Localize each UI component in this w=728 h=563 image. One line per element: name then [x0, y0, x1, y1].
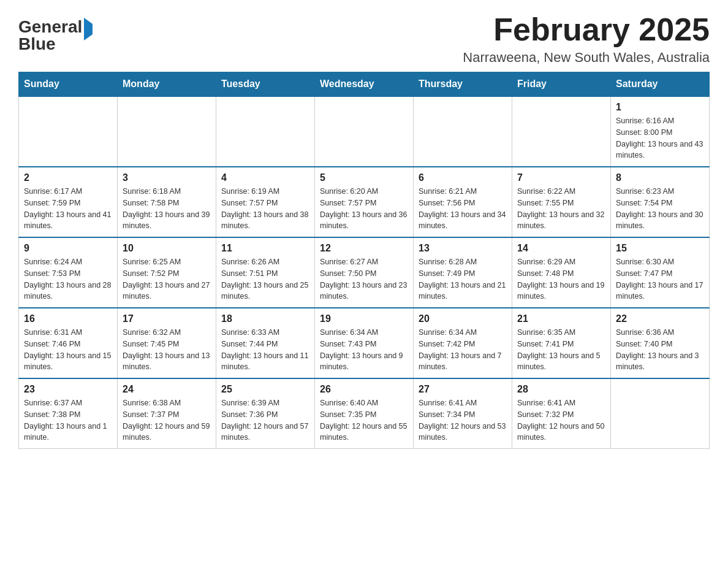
calendar-day-cell: 9Sunrise: 6:24 AM Sunset: 7:53 PM Daylig… — [19, 237, 118, 308]
day-info: Sunrise: 6:18 AM Sunset: 7:58 PM Dayligh… — [123, 186, 211, 232]
calendar-day-cell: 19Sunrise: 6:34 AM Sunset: 7:43 PM Dayli… — [315, 308, 414, 378]
calendar-day-cell: 14Sunrise: 6:29 AM Sunset: 7:48 PM Dayli… — [512, 237, 611, 308]
day-info: Sunrise: 6:35 AM Sunset: 7:41 PM Dayligh… — [517, 327, 605, 373]
calendar-day-cell: 24Sunrise: 6:38 AM Sunset: 7:37 PM Dayli… — [118, 378, 216, 449]
day-info: Sunrise: 6:36 AM Sunset: 7:40 PM Dayligh… — [616, 327, 704, 373]
day-number: 17 — [123, 313, 211, 324]
day-info: Sunrise: 6:34 AM Sunset: 7:43 PM Dayligh… — [320, 327, 408, 373]
calendar-day-cell — [611, 378, 710, 449]
day-info: Sunrise: 6:25 AM Sunset: 7:52 PM Dayligh… — [123, 256, 211, 302]
page-header: General Blue February 2025 Narraweena, N… — [18, 12, 710, 66]
day-number: 14 — [517, 243, 605, 254]
day-number: 13 — [419, 243, 507, 254]
day-number: 7 — [517, 172, 605, 183]
day-of-week-header: Sunday — [19, 72, 118, 97]
day-info: Sunrise: 6:27 AM Sunset: 7:50 PM Dayligh… — [320, 256, 408, 302]
calendar-day-cell: 12Sunrise: 6:27 AM Sunset: 7:50 PM Dayli… — [315, 237, 414, 308]
day-info: Sunrise: 6:37 AM Sunset: 7:38 PM Dayligh… — [24, 397, 112, 443]
day-number: 19 — [320, 313, 408, 324]
calendar-day-cell: 28Sunrise: 6:41 AM Sunset: 7:32 PM Dayli… — [512, 378, 611, 449]
calendar-day-cell — [414, 96, 512, 167]
calendar-day-cell: 10Sunrise: 6:25 AM Sunset: 7:52 PM Dayli… — [118, 237, 216, 308]
day-number: 3 — [123, 172, 211, 183]
days-of-week-row: SundayMondayTuesdayWednesdayThursdayFrid… — [19, 72, 710, 97]
location-subtitle: Narraweena, New South Wales, Australia — [463, 50, 710, 66]
day-of-week-header: Tuesday — [216, 72, 315, 97]
calendar-week-row: 1Sunrise: 6:16 AM Sunset: 8:00 PM Daylig… — [19, 96, 710, 167]
calendar-day-cell: 16Sunrise: 6:31 AM Sunset: 7:46 PM Dayli… — [19, 308, 118, 378]
day-number: 20 — [419, 313, 507, 324]
calendar-day-cell: 21Sunrise: 6:35 AM Sunset: 7:41 PM Dayli… — [512, 308, 611, 378]
day-info: Sunrise: 6:22 AM Sunset: 7:55 PM Dayligh… — [517, 186, 605, 232]
day-number: 16 — [24, 313, 112, 324]
calendar-day-cell: 2Sunrise: 6:17 AM Sunset: 7:59 PM Daylig… — [19, 167, 118, 237]
day-info: Sunrise: 6:23 AM Sunset: 7:54 PM Dayligh… — [616, 186, 704, 232]
day-number: 15 — [616, 243, 704, 254]
day-of-week-header: Friday — [512, 72, 611, 97]
day-number: 5 — [320, 172, 408, 183]
logo-arrow-icon — [84, 18, 93, 40]
calendar-day-cell — [315, 96, 414, 167]
day-number: 9 — [24, 243, 112, 254]
calendar-day-cell: 17Sunrise: 6:32 AM Sunset: 7:45 PM Dayli… — [118, 308, 216, 378]
day-info: Sunrise: 6:31 AM Sunset: 7:46 PM Dayligh… — [24, 327, 112, 373]
calendar-day-cell: 6Sunrise: 6:21 AM Sunset: 7:56 PM Daylig… — [414, 167, 512, 237]
day-of-week-header: Monday — [118, 72, 216, 97]
day-info: Sunrise: 6:21 AM Sunset: 7:56 PM Dayligh… — [419, 186, 507, 232]
day-number: 24 — [123, 384, 211, 395]
day-number: 4 — [221, 172, 309, 183]
calendar-day-cell: 27Sunrise: 6:41 AM Sunset: 7:34 PM Dayli… — [414, 378, 512, 449]
calendar-day-cell — [216, 96, 315, 167]
calendar-day-cell: 8Sunrise: 6:23 AM Sunset: 7:54 PM Daylig… — [611, 167, 710, 237]
day-info: Sunrise: 6:24 AM Sunset: 7:53 PM Dayligh… — [24, 256, 112, 302]
calendar-body: 1Sunrise: 6:16 AM Sunset: 8:00 PM Daylig… — [19, 96, 710, 449]
calendar-day-cell: 5Sunrise: 6:20 AM Sunset: 7:57 PM Daylig… — [315, 167, 414, 237]
day-number: 25 — [221, 384, 309, 395]
calendar-week-row: 16Sunrise: 6:31 AM Sunset: 7:46 PM Dayli… — [19, 308, 710, 378]
calendar-day-cell: 20Sunrise: 6:34 AM Sunset: 7:42 PM Dayli… — [414, 308, 512, 378]
day-number: 6 — [419, 172, 507, 183]
day-info: Sunrise: 6:17 AM Sunset: 7:59 PM Dayligh… — [24, 186, 112, 232]
day-info: Sunrise: 6:33 AM Sunset: 7:44 PM Dayligh… — [221, 327, 309, 373]
calendar-day-cell: 22Sunrise: 6:36 AM Sunset: 7:40 PM Dayli… — [611, 308, 710, 378]
day-info: Sunrise: 6:41 AM Sunset: 7:32 PM Dayligh… — [517, 397, 605, 443]
calendar-day-cell: 3Sunrise: 6:18 AM Sunset: 7:58 PM Daylig… — [118, 167, 216, 237]
month-title: February 2025 — [463, 12, 710, 47]
day-number: 10 — [123, 243, 211, 254]
day-number: 23 — [24, 384, 112, 395]
title-block: February 2025 Narraweena, New South Wale… — [463, 12, 710, 66]
day-number: 22 — [616, 313, 704, 324]
day-info: Sunrise: 6:26 AM Sunset: 7:51 PM Dayligh… — [221, 256, 309, 302]
day-of-week-header: Wednesday — [315, 72, 414, 97]
day-of-week-header: Saturday — [611, 72, 710, 97]
day-number: 26 — [320, 384, 408, 395]
day-number: 2 — [24, 172, 112, 183]
day-of-week-header: Thursday — [414, 72, 512, 97]
day-info: Sunrise: 6:30 AM Sunset: 7:47 PM Dayligh… — [616, 256, 704, 302]
calendar-day-cell: 26Sunrise: 6:40 AM Sunset: 7:35 PM Dayli… — [315, 378, 414, 449]
calendar-day-cell: 23Sunrise: 6:37 AM Sunset: 7:38 PM Dayli… — [19, 378, 118, 449]
calendar-day-cell: 18Sunrise: 6:33 AM Sunset: 7:44 PM Dayli… — [216, 308, 315, 378]
calendar-day-cell — [118, 96, 216, 167]
day-info: Sunrise: 6:29 AM Sunset: 7:48 PM Dayligh… — [517, 256, 605, 302]
day-number: 21 — [517, 313, 605, 324]
calendar-day-cell — [19, 96, 118, 167]
calendar-week-row: 23Sunrise: 6:37 AM Sunset: 7:38 PM Dayli… — [19, 378, 710, 449]
calendar-day-cell: 7Sunrise: 6:22 AM Sunset: 7:55 PM Daylig… — [512, 167, 611, 237]
calendar-week-row: 9Sunrise: 6:24 AM Sunset: 7:53 PM Daylig… — [19, 237, 710, 308]
calendar-day-cell: 1Sunrise: 6:16 AM Sunset: 8:00 PM Daylig… — [611, 96, 710, 167]
logo-general-text: General — [18, 17, 82, 36]
day-info: Sunrise: 6:19 AM Sunset: 7:57 PM Dayligh… — [221, 186, 309, 232]
logo-blue-text: Blue — [18, 34, 56, 53]
day-number: 18 — [221, 313, 309, 324]
calendar-week-row: 2Sunrise: 6:17 AM Sunset: 7:59 PM Daylig… — [19, 167, 710, 237]
calendar-day-cell: 25Sunrise: 6:39 AM Sunset: 7:36 PM Dayli… — [216, 378, 315, 449]
day-info: Sunrise: 6:28 AM Sunset: 7:49 PM Dayligh… — [419, 256, 507, 302]
day-info: Sunrise: 6:40 AM Sunset: 7:35 PM Dayligh… — [320, 397, 408, 443]
day-info: Sunrise: 6:32 AM Sunset: 7:45 PM Dayligh… — [123, 327, 211, 373]
day-info: Sunrise: 6:16 AM Sunset: 8:00 PM Dayligh… — [616, 115, 704, 161]
day-info: Sunrise: 6:39 AM Sunset: 7:36 PM Dayligh… — [221, 397, 309, 443]
day-number: 1 — [616, 102, 704, 113]
day-number: 27 — [419, 384, 507, 395]
calendar-day-cell: 4Sunrise: 6:19 AM Sunset: 7:57 PM Daylig… — [216, 167, 315, 237]
